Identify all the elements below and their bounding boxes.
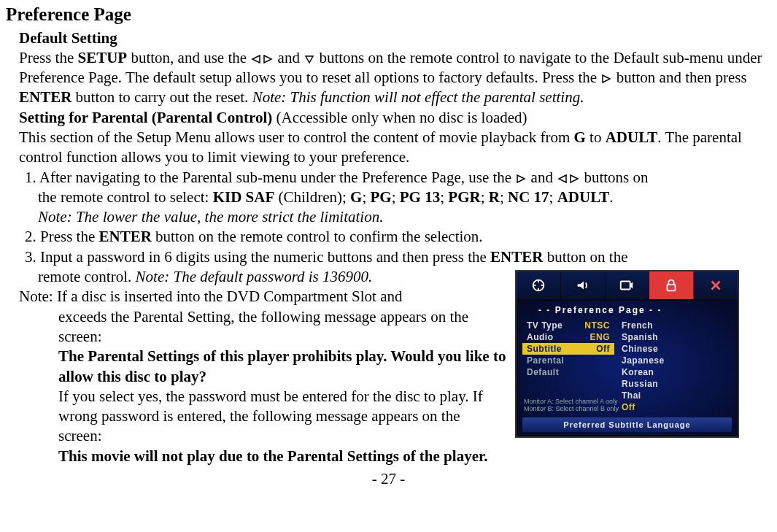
- list-item-1-note: Note: The lower the value, the more stri…: [38, 207, 771, 227]
- text: button and then press: [612, 69, 746, 86]
- text: 1. After navigating to the Parental sub-…: [25, 169, 515, 186]
- text-bold-enter: ENTER: [19, 88, 71, 106]
- osd-menu-item: Default: [522, 366, 614, 378]
- text-bold: ADULT: [606, 128, 658, 146]
- osd-option-item: French: [617, 320, 683, 331]
- down-arrow-icon: [304, 54, 314, 64]
- osd-help-text: Monitor A: Select channel A only Monitor…: [524, 398, 730, 413]
- osd-status-bar: Preferred Subtitle Language: [522, 417, 732, 432]
- text-bold: KID SAF: [213, 188, 275, 206]
- page-title: Preference Page: [6, 3, 771, 27]
- list-item-1-line2: the remote control to select: KID SAF (C…: [38, 188, 771, 207]
- text-note: Note: This function will not effect the …: [252, 88, 584, 106]
- list-item-3-line1: 3. Input a password in 6 digits using th…: [25, 247, 771, 267]
- osd-tab-bar: [517, 271, 738, 299]
- right-arrow-icon: [263, 54, 273, 64]
- text: button on the: [543, 248, 627, 266]
- text-bold: ENTER: [99, 228, 152, 245]
- osd-tab-video: [606, 271, 650, 299]
- osd-body: - - Preference Page - - TV TypeNTSCAudio…: [518, 301, 736, 435]
- right-arrow-icon: [569, 174, 579, 184]
- text-bold: PGR: [448, 188, 480, 206]
- text-bold: NC 17: [508, 188, 549, 206]
- text: button, and use the: [127, 49, 250, 66]
- text: (Children);: [274, 188, 350, 206]
- svg-marker-0: [252, 55, 260, 63]
- text: to: [586, 128, 606, 146]
- text: button on the remote control to confirm …: [152, 228, 483, 245]
- osd-tab-exit: [694, 271, 738, 299]
- osd-menu-item: Parental: [522, 355, 614, 366]
- text: the remote control to select:: [38, 188, 213, 206]
- osd-screenshot: - - Preference Page - - TV TypeNTSCAudio…: [515, 270, 739, 438]
- paragraph-default: Press the SETUP button, and use the and …: [19, 48, 771, 108]
- section-default-heading: Default Setting: [19, 28, 771, 48]
- svg-marker-4: [517, 175, 525, 182]
- text: ;: [549, 188, 557, 206]
- text-bold: R: [489, 188, 500, 206]
- text: button to carry out the reset.: [71, 88, 252, 106]
- text: ;: [440, 188, 448, 206]
- osd-option-item: Chinese: [617, 343, 683, 355]
- heading-text: Setting for Parental (Parental Control): [19, 109, 272, 126]
- text: .: [609, 188, 613, 206]
- text: ;: [500, 188, 508, 206]
- text: 2. Press the: [25, 228, 99, 245]
- svg-marker-1: [264, 55, 271, 63]
- svg-rect-9: [668, 285, 676, 290]
- text: ;: [392, 188, 400, 206]
- section-parental-heading: Setting for Parental (Parental Control) …: [19, 108, 771, 128]
- text-bold: PG: [371, 188, 392, 206]
- osd-option-item: Korean: [617, 366, 683, 378]
- osd-option-item: Japanese: [617, 355, 683, 366]
- text-bold: PG 13: [400, 188, 440, 206]
- text: 3. Input a password in 6 digits using th…: [25, 248, 490, 266]
- osd-tab-general: [517, 271, 561, 299]
- osd-menu-item: SubtitleOff: [522, 343, 614, 355]
- svg-marker-2: [306, 56, 313, 63]
- paragraph-parental-intro: This section of the Setup Menu allows us…: [19, 128, 771, 168]
- text: and: [274, 49, 304, 66]
- text: Press the: [19, 49, 78, 66]
- text-bold: G: [574, 128, 586, 146]
- osd-tab-audio: [561, 271, 606, 299]
- right-arrow-icon: [601, 74, 611, 84]
- text: remote control.: [38, 268, 136, 285]
- text: and: [527, 169, 557, 186]
- text: ;: [481, 188, 489, 206]
- osd-title: - - Preference Page - -: [518, 301, 736, 320]
- text-bold: ADULT: [557, 188, 610, 206]
- heading-suffix: (Accessible only when no disc is loaded): [272, 109, 527, 126]
- osd-option-item: Spanish: [617, 331, 683, 343]
- list-item-2: 2. Press the ENTER button on the remote …: [25, 227, 771, 247]
- osd-option-item: Russian: [617, 378, 683, 390]
- note-paragraph-bold2: This movie will not play due to the Pare…: [58, 447, 771, 466]
- left-arrow-icon: [251, 54, 261, 64]
- text: buttons on: [580, 169, 648, 186]
- text-note: Note: The default password is 136900.: [136, 268, 373, 285]
- right-arrow-icon: [516, 174, 526, 184]
- list-item-1-line1: 1. After navigating to the Parental sub-…: [25, 168, 771, 188]
- osd-help-line: Monitor B: Select channel B only: [524, 406, 730, 413]
- left-arrow-icon: [557, 174, 568, 184]
- svg-marker-6: [571, 175, 578, 182]
- page-number: - 27 -: [6, 469, 771, 489]
- text-bold-setup: SETUP: [78, 49, 128, 66]
- text-bold: ENTER: [490, 248, 543, 266]
- osd-menu-item: AudioENG: [522, 331, 614, 343]
- osd-tab-preference: [649, 271, 694, 299]
- text: ;: [362, 188, 370, 206]
- text-bold: G: [350, 188, 362, 206]
- text: This section of the Setup Menu allows us…: [19, 128, 574, 146]
- svg-marker-3: [603, 75, 610, 82]
- svg-marker-5: [559, 175, 566, 182]
- osd-menu-item: TV TypeNTSC: [522, 320, 614, 331]
- svg-rect-8: [621, 282, 630, 290]
